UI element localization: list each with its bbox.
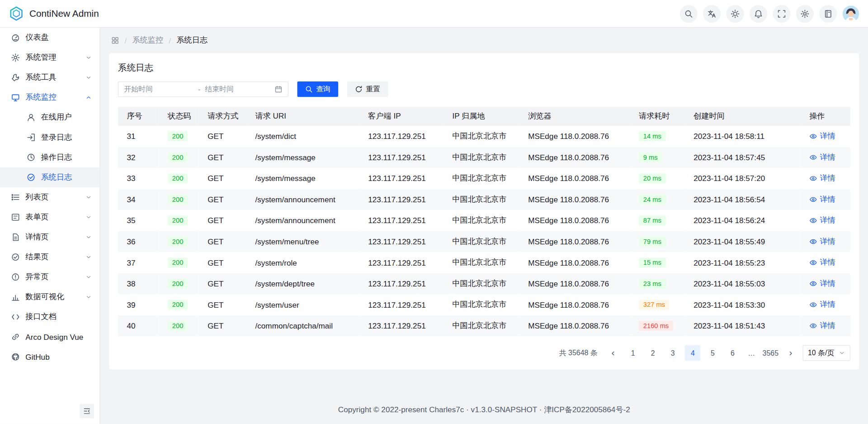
cell-created-at: 2023-11-04 18:55:23 [685, 252, 801, 273]
sidebar-item-login-logs[interactable]: 登录日志 [0, 128, 99, 148]
pagination-page-6[interactable]: 6 [725, 345, 740, 361]
cell-method: GET [199, 126, 246, 147]
chevron-down-icon [85, 194, 92, 201]
cell-ip-region: 中国北京北京市 [443, 252, 519, 273]
cell-no: 35 [118, 210, 159, 231]
pagination-page-1[interactable]: 1 [625, 345, 641, 361]
pagination-page-3565[interactable]: 3565 [763, 345, 778, 361]
eye-icon [809, 153, 817, 161]
sidebar-item-arco-design-vue[interactable]: Arco Design Vue [0, 327, 99, 347]
filter-row: 开始时间 - 结束时间 查询 重置 [118, 81, 850, 97]
chevron-down-icon [85, 234, 92, 241]
breadcrumb-separator: / [125, 36, 127, 45]
cell-uri: /system/role [246, 252, 359, 273]
sidebar-item-label: 异常页 [25, 272, 80, 282]
elapsed-badge: 20 ms [639, 173, 666, 183]
elapsed-badge: 9 ms [639, 152, 662, 162]
date-range-picker[interactable]: 开始时间 - 结束时间 [118, 81, 288, 97]
elapsed-badge: 327 ms [639, 300, 670, 310]
eye-icon [809, 280, 817, 287]
chevron-down-icon [839, 350, 845, 357]
settings-button[interactable] [796, 5, 814, 22]
sidebar-item-system-monitor[interactable]: 系统监控 [0, 87, 99, 107]
docs-button[interactable] [819, 5, 837, 22]
exception-icon [11, 272, 20, 281]
detail-link[interactable]: 详情 [809, 257, 835, 267]
cell-browser: MSEdge 118.0.2088.76 [519, 126, 630, 147]
column-header: 请求 URI [246, 107, 359, 126]
cell-no: 34 [118, 189, 159, 210]
collapse-sidebar-button[interactable] [80, 404, 94, 419]
cell-no: 36 [118, 231, 159, 252]
breadcrumb-separator: / [169, 36, 171, 45]
detail-link[interactable]: 详情 [809, 215, 835, 225]
fullscreen-button[interactable] [773, 5, 790, 22]
pagination-page-2[interactable]: 2 [645, 345, 660, 361]
detail-link[interactable]: 详情 [809, 300, 835, 310]
user-avatar[interactable] [843, 5, 859, 22]
elapsed-badge: 23 ms [639, 279, 666, 289]
detail-link[interactable]: 详情 [809, 320, 835, 330]
sidebar-item-online-users[interactable]: 在线用户 [0, 108, 99, 128]
sidebar-item-form-pages[interactable]: 表单页 [0, 207, 99, 227]
sidebar-item-data-visualization[interactable]: 数据可视化 [0, 287, 99, 307]
detail-link[interactable]: 详情 [809, 194, 835, 204]
cell-client-ip: 123.117.129.251 [359, 273, 443, 295]
notification-button[interactable] [750, 5, 767, 22]
table-row: 36 200 GET /system/menu/tree 123.117.129… [118, 231, 850, 252]
sidebar-item-github[interactable]: GitHub [0, 347, 99, 367]
sidebar-menu: 仪表盘 系统管理 系统工具 系统监控 在线用户 登录日志 操作日志 系统日志 列… [0, 28, 99, 367]
cell-ip-region: 中国北京北京市 [443, 273, 519, 295]
sidebar-item-list-pages[interactable]: 列表页 [0, 187, 99, 207]
eye-icon [809, 195, 817, 203]
search-button[interactable] [680, 5, 698, 22]
apps-grid-icon [111, 37, 119, 44]
cell-browser: MSEdge 118.0.2088.76 [519, 189, 630, 210]
detail-link[interactable]: 详情 [809, 236, 835, 246]
detail-link[interactable]: 详情 [809, 152, 835, 162]
sidebar-item-system-tools[interactable]: 系统工具 [0, 67, 99, 87]
top-bar: ContiNew Admin [0, 0, 868, 28]
sidebar-item-dashboard[interactable]: 仪表盘 [0, 28, 99, 48]
page-size-select[interactable]: 10 条/页 [803, 345, 850, 361]
cell-method: GET [199, 210, 246, 231]
result-icon [11, 252, 20, 262]
reset-button[interactable]: 重置 [347, 81, 388, 97]
cell-method: GET [199, 189, 246, 210]
range-separator: - [198, 85, 200, 93]
pagination-page-4[interactable]: 4 [685, 345, 700, 361]
cell-uri: /system/announcement [246, 210, 359, 231]
pagination-page-3[interactable]: 3 [665, 345, 680, 361]
cell-uri: /system/message [246, 147, 359, 168]
sidebar-item-operation-logs[interactable]: 操作日志 [0, 148, 99, 167]
sidebar-item-result-pages[interactable]: 结果页 [0, 247, 99, 267]
sidebar-item-label: 仪表盘 [25, 33, 92, 43]
sidebar-item-exception-pages[interactable]: 异常页 [0, 267, 99, 287]
pagination-next-button[interactable]: › [783, 345, 798, 361]
sidebar-item-api-docs[interactable]: 接口文档 [0, 307, 99, 327]
breadcrumb-item-1: 系统日志 [176, 35, 208, 45]
detail-link[interactable]: 详情 [809, 173, 835, 183]
pagination-page-5[interactable]: 5 [705, 345, 720, 361]
sidebar-item-system-management[interactable]: 系统管理 [0, 48, 99, 67]
status-badge: 200 [168, 195, 188, 205]
github-icon [11, 353, 20, 362]
history-icon [27, 153, 36, 162]
translate-button[interactable] [703, 5, 721, 22]
chevron-down-icon [85, 54, 92, 61]
sidebar-item-system-logs[interactable]: 系统日志 [0, 167, 99, 187]
theme-button[interactable] [726, 5, 744, 22]
calendar-icon [274, 86, 282, 93]
breadcrumb-item-0[interactable]: 系统监控 [132, 35, 164, 45]
table-header-row: 序号状态码请求方式请求 URI客户端 IPIP 归属地浏览器请求耗时创建时间操作 [118, 107, 850, 126]
cell-client-ip: 123.117.129.251 [359, 294, 443, 315]
sidebar-item-detail-pages[interactable]: 详情页 [0, 227, 99, 247]
detail-link[interactable]: 详情 [809, 278, 835, 288]
search-button[interactable]: 查询 [297, 81, 339, 97]
table-row: 31 200 GET /system/dict 123.117.129.251 … [118, 126, 850, 147]
detail-link[interactable]: 详情 [809, 131, 835, 141]
sidebar-item-label: 结果页 [25, 252, 80, 262]
eye-icon [809, 238, 817, 245]
end-time-input: 结束时间 [205, 84, 274, 94]
pagination-prev-button[interactable]: ‹ [605, 345, 621, 361]
